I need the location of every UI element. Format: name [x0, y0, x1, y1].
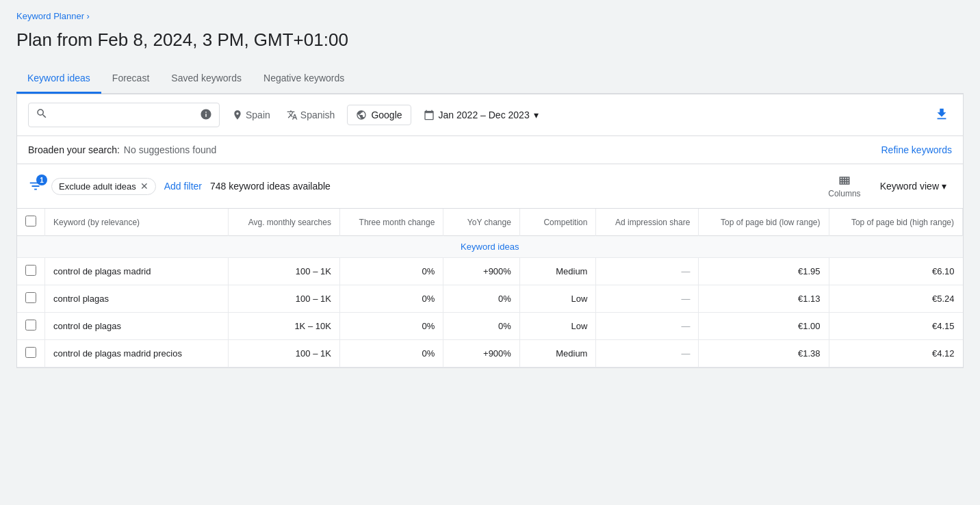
keyword-table-container: Keyword (by relevance) Avg. monthly sear…: [17, 209, 963, 367]
keyword-view-button[interactable]: Keyword view ▾: [875, 178, 952, 194]
row-three-month: 0%: [339, 340, 443, 367]
row-top-high: €5.24: [829, 285, 962, 313]
table-row: control de plagas1K – 10K0%0%Low—€1.00€4…: [17, 313, 963, 340]
tabs-bar: Keyword ideas Forecast Saved keywords Ne…: [16, 64, 964, 94]
row-avg: 1K – 10K: [228, 313, 339, 340]
row-checkbox[interactable]: [17, 285, 45, 313]
row-ad-impression: —: [596, 258, 699, 285]
row-avg: 100 – 1K: [228, 258, 339, 285]
section-header-label: Keyword ideas: [17, 236, 963, 258]
row-checkbox[interactable]: [25, 292, 36, 303]
row-checkbox[interactable]: [17, 258, 45, 285]
filter-icon-wrapper[interactable]: 1: [28, 179, 43, 194]
row-keyword: control de plagas: [45, 313, 229, 340]
filter-bar: Site: https://www.araya.es/ Spain Spanis…: [17, 94, 963, 136]
row-ad-impression: —: [596, 340, 699, 367]
search-input[interactable]: Site: https://www.araya.es/: [52, 109, 196, 120]
row-keyword: control de plagas madrid precios: [45, 340, 229, 367]
download-button[interactable]: [931, 104, 952, 127]
row-three-month: 0%: [339, 313, 443, 340]
row-three-month: 0%: [339, 285, 443, 313]
broaden-bar: Broaden your search: No suggestions foun…: [17, 136, 963, 164]
th-top-low[interactable]: Top of page bid (low range): [699, 209, 829, 236]
tab-forecast[interactable]: Forecast: [101, 64, 160, 94]
table-row: control de plagas madrid precios100 – 1K…: [17, 340, 963, 367]
table-row: control plagas100 – 1K0%0%Low—€1.13€5.24: [17, 285, 963, 313]
tab-saved-keywords[interactable]: Saved keywords: [160, 64, 253, 94]
exclude-adult-chip[interactable]: Exclude adult ideas ✕: [51, 178, 156, 195]
date-range-label: Jan 2022 – Dec 2023: [439, 109, 530, 120]
row-top-low: €1.38: [699, 340, 829, 367]
filter-badge: 1: [36, 174, 47, 185]
th-three-month[interactable]: Three month change: [339, 209, 443, 236]
row-checkbox[interactable]: [17, 340, 45, 367]
row-yoy: +900%: [443, 258, 520, 285]
columns-button[interactable]: Columns: [823, 171, 866, 201]
row-ad-impression: —: [596, 285, 699, 313]
row-checkbox[interactable]: [25, 320, 36, 331]
row-top-low: €1.95: [699, 258, 829, 285]
content-area: Site: https://www.araya.es/ Spain Spanis…: [16, 94, 964, 368]
exclude-chip-close[interactable]: ✕: [140, 181, 149, 191]
info-icon[interactable]: [200, 108, 212, 122]
row-top-high: €4.12: [829, 340, 962, 367]
th-yoy[interactable]: YoY change: [443, 209, 520, 236]
location-label: Spain: [246, 109, 270, 120]
search-engine-label: Google: [371, 109, 402, 120]
language-filter[interactable]: Spanish: [283, 107, 339, 123]
columns-icon: [838, 174, 851, 187]
th-competition[interactable]: Competition: [519, 209, 596, 236]
tab-keyword-ideas[interactable]: Keyword ideas: [16, 64, 101, 94]
select-all-checkbox[interactable]: [25, 216, 36, 226]
row-ad-impression: —: [596, 313, 699, 340]
row-checkbox[interactable]: [25, 347, 36, 358]
breadcrumb[interactable]: Keyword Planner ›: [16, 11, 964, 21]
search-box[interactable]: Site: https://www.araya.es/: [28, 103, 220, 127]
location-filter[interactable]: Spain: [228, 107, 274, 123]
row-keyword: control plagas: [45, 285, 229, 313]
row-checkbox[interactable]: [17, 313, 45, 340]
refine-keywords-button[interactable]: Refine keywords: [881, 144, 953, 155]
toolbar: 1 Exclude adult ideas ✕ Add filter 748 k…: [17, 164, 963, 209]
add-filter-button[interactable]: Add filter: [164, 181, 202, 192]
row-checkbox[interactable]: [25, 265, 36, 276]
date-dropdown-icon: ▾: [534, 109, 539, 120]
tab-negative-keywords[interactable]: Negative keywords: [253, 64, 355, 94]
row-top-high: €6.10: [829, 258, 962, 285]
row-yoy: 0%: [443, 313, 520, 340]
th-top-high[interactable]: Top of page bid (high range): [829, 209, 962, 236]
broaden-text: No suggestions found: [124, 144, 216, 155]
row-three-month: 0%: [339, 258, 443, 285]
keyword-view-chevron: ▾: [942, 181, 946, 192]
table-header-row: Keyword (by relevance) Avg. monthly sear…: [17, 209, 963, 236]
columns-label: Columns: [828, 189, 860, 198]
row-top-high: €4.15: [829, 313, 962, 340]
row-competition: Low: [519, 285, 596, 313]
th-avg[interactable]: Avg. monthly searches: [228, 209, 339, 236]
page-title: Plan from Feb 8, 2024, 3 PM, GMT+01:00: [16, 29, 964, 51]
row-top-low: €1.13: [699, 285, 829, 313]
th-keyword[interactable]: Keyword (by relevance): [45, 209, 229, 236]
row-yoy: 0%: [443, 285, 520, 313]
keyword-table: Keyword (by relevance) Avg. monthly sear…: [17, 209, 963, 367]
search-engine-button[interactable]: Google: [347, 105, 411, 125]
row-top-low: €1.00: [699, 313, 829, 340]
keywords-count: 748 keyword ideas available: [210, 181, 331, 192]
th-checkbox[interactable]: [17, 209, 45, 236]
row-avg: 100 – 1K: [228, 285, 339, 313]
section-header-row: Keyword ideas: [17, 236, 963, 258]
row-avg: 100 – 1K: [228, 340, 339, 367]
table-body: Keyword ideascontrol de plagas madrid100…: [17, 236, 963, 367]
row-competition: Medium: [519, 258, 596, 285]
keyword-view-label: Keyword view: [880, 181, 939, 192]
row-competition: Medium: [519, 340, 596, 367]
th-ad-impression[interactable]: Ad impression share: [596, 209, 699, 236]
search-icon: [36, 107, 48, 122]
row-yoy: +900%: [443, 340, 520, 367]
table-row: control de plagas madrid100 – 1K0%+900%M…: [17, 258, 963, 285]
language-label: Spanish: [300, 109, 335, 120]
date-range-picker[interactable]: Jan 2022 – Dec 2023 ▾: [420, 107, 543, 123]
row-keyword: control de plagas madrid: [45, 258, 229, 285]
row-competition: Low: [519, 313, 596, 340]
broaden-label: Broaden your search:: [28, 144, 120, 155]
